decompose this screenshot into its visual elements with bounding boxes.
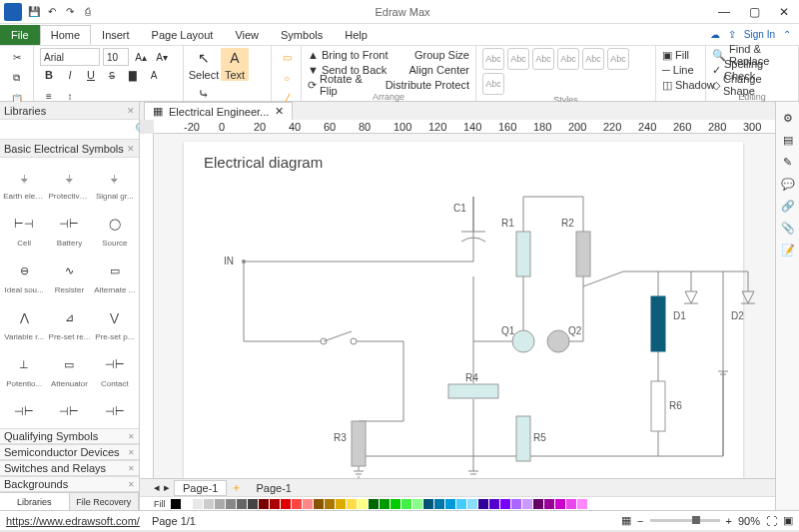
align-button[interactable]: Align xyxy=(409,64,433,76)
color-swatch[interactable] xyxy=(478,499,488,509)
color-swatch[interactable] xyxy=(303,499,313,509)
zoom-out-icon[interactable]: − xyxy=(637,515,643,527)
menu-insert[interactable]: Insert xyxy=(91,25,141,45)
clipart-icon[interactable]: ✎ xyxy=(780,154,796,170)
color-swatch[interactable] xyxy=(292,499,302,509)
document-tab[interactable]: ▦Electrical Engineer...✕ xyxy=(144,102,293,120)
style-preset-1[interactable]: Abc xyxy=(482,48,504,70)
close-icon[interactable]: ✕ xyxy=(128,464,135,473)
save-icon[interactable]: 💾 xyxy=(26,4,42,20)
basic-symbols-header[interactable]: Basic Electrical Symbols✕ xyxy=(0,140,139,158)
style-preset-2[interactable]: Abc xyxy=(507,48,529,70)
color-swatch[interactable] xyxy=(391,499,400,509)
zoom-slider[interactable] xyxy=(650,519,720,522)
fill-button[interactable]: ▣Fill xyxy=(662,48,699,62)
increase-font-icon[interactable]: A▴ xyxy=(132,48,150,66)
library-search-input[interactable] xyxy=(4,124,131,135)
close-doc-icon[interactable]: ✕ xyxy=(275,105,284,118)
strike-icon[interactable]: S̶ xyxy=(103,66,121,84)
symbol-Pre-set-p-[interactable]: ⋁Pre-set p... xyxy=(93,300,137,346)
color-swatch[interactable] xyxy=(193,499,203,509)
color-swatch[interactable] xyxy=(347,499,357,509)
highlight-icon[interactable]: ▇ xyxy=(124,66,142,84)
symbol-Variable-r-[interactable]: ⋀Variable r... xyxy=(2,300,46,346)
color-swatch[interactable] xyxy=(325,499,335,509)
font-color-icon[interactable]: A xyxy=(145,66,163,84)
style-preset-6[interactable]: Abc xyxy=(607,48,629,70)
decrease-font-icon[interactable]: A▾ xyxy=(153,48,171,66)
rect-shape-icon[interactable]: ▭ xyxy=(278,48,296,66)
style-preset-3[interactable]: Abc xyxy=(532,48,554,70)
close-icon[interactable]: ✕ xyxy=(128,448,135,457)
color-swatch[interactable] xyxy=(577,499,587,509)
color-swatch[interactable] xyxy=(555,499,565,509)
rotate-flip-button[interactable]: ⟳Rotate & FlipDistributeProtect xyxy=(308,78,469,92)
style-preset-4[interactable]: Abc xyxy=(557,48,579,70)
italic-icon[interactable]: I xyxy=(61,66,79,84)
color-swatch[interactable] xyxy=(226,499,236,509)
symbol-Contact[interactable]: ⊣⊢Contact xyxy=(93,347,137,393)
color-swatch[interactable] xyxy=(467,499,477,509)
color-swatch[interactable] xyxy=(489,499,499,509)
protect-button[interactable]: Protect xyxy=(434,79,469,91)
close-panel-icon[interactable]: ✕ xyxy=(127,106,135,116)
color-swatch[interactable] xyxy=(544,499,554,509)
color-swatch[interactable] xyxy=(171,499,181,509)
symbol-Cell[interactable]: ⊢⊣Cell xyxy=(2,207,46,253)
menu-view[interactable]: View xyxy=(224,25,270,45)
tab-libraries[interactable]: Libraries xyxy=(0,493,70,510)
circle-shape-icon[interactable]: ○ xyxy=(278,69,296,87)
drawing-page[interactable]: Electrical diagram C1 IN R1 R2 Q1 xyxy=(184,142,743,478)
comment-icon[interactable]: 💬 xyxy=(780,176,796,192)
lib-section[interactable]: Backgrounds✕ xyxy=(0,476,139,492)
view-mode-icon[interactable]: ▦ xyxy=(621,514,631,527)
color-swatch[interactable] xyxy=(336,499,346,509)
undo-icon[interactable]: ↶ xyxy=(44,4,60,20)
format-icon[interactable]: ⚙ xyxy=(780,110,796,126)
color-swatch[interactable] xyxy=(215,499,225,509)
color-swatch[interactable] xyxy=(182,499,192,509)
text-tool[interactable]: AText xyxy=(221,48,249,81)
color-swatch[interactable] xyxy=(500,499,510,509)
close-button[interactable]: ✕ xyxy=(769,0,799,24)
color-swatch[interactable] xyxy=(259,499,269,509)
symbol-Resister[interactable]: ∿Resister xyxy=(47,254,91,299)
zoom-in-icon[interactable]: + xyxy=(726,515,732,527)
page-tab[interactable]: Page-1 xyxy=(174,480,227,496)
lib-section[interactable]: Qualifying Symbols✕ xyxy=(0,428,139,444)
symbol-Attenuator[interactable]: ▭Attenuator xyxy=(47,347,91,393)
symbol-Capacitor-[interactable]: ⊣⊢Capacitor... xyxy=(93,394,137,428)
menu-file[interactable]: File xyxy=(0,25,40,45)
status-url[interactable]: https://www.edrawsoft.com/ xyxy=(6,515,140,527)
sign-in-link[interactable]: Sign In xyxy=(744,29,775,40)
menu-symbols[interactable]: Symbols xyxy=(270,25,334,45)
size-button[interactable]: Size xyxy=(448,49,469,61)
color-swatch[interactable] xyxy=(314,499,324,509)
share-icon[interactable]: ⇪ xyxy=(728,29,736,40)
copy-icon[interactable]: ⧉ xyxy=(8,69,26,87)
change-shape-button[interactable]: ◇Change Shape xyxy=(712,78,792,92)
color-swatch[interactable] xyxy=(380,499,390,509)
fit-page-icon[interactable]: ⛶ xyxy=(766,515,777,527)
prev-page-icon[interactable]: ◂ xyxy=(154,481,160,494)
symbol-Capacitor-2[interactable]: ⊣⊢Capacitor 2 xyxy=(47,394,91,428)
attachment-icon[interactable]: 📎 xyxy=(780,220,796,236)
hyperlink-icon[interactable]: 🔗 xyxy=(780,198,796,214)
lib-section[interactable]: Switches and Relays✕ xyxy=(0,460,139,476)
cloud-icon[interactable]: ☁ xyxy=(710,29,720,40)
symbol-Battery[interactable]: ⊣⊢Battery xyxy=(47,207,91,253)
distribute-button[interactable]: Distribute xyxy=(386,79,431,91)
color-swatch[interactable] xyxy=(566,499,576,509)
symbol-Ideal-sou-[interactable]: ⊖Ideal sou... xyxy=(2,254,46,299)
color-swatch[interactable] xyxy=(369,499,379,509)
close-icon[interactable]: ✕ xyxy=(128,432,135,441)
select-tool[interactable]: ↖Select xyxy=(190,48,218,81)
menu-home[interactable]: Home xyxy=(40,25,91,45)
symbol-Alternate-[interactable]: ▭Alternate ... xyxy=(93,254,137,299)
symbol-Signal-gr-[interactable]: ⏚Signal gr... xyxy=(93,160,137,206)
color-swatch[interactable] xyxy=(412,499,422,509)
redo-icon[interactable]: ↷ xyxy=(62,4,78,20)
layers-icon[interactable]: ▤ xyxy=(780,132,796,148)
minimize-button[interactable]: — xyxy=(709,0,739,24)
shadow-button[interactable]: ◫Shadow xyxy=(662,78,699,92)
